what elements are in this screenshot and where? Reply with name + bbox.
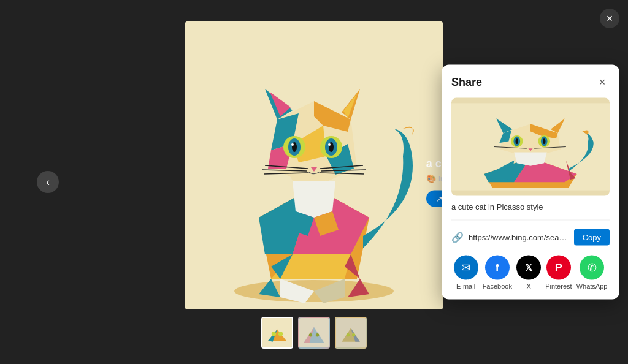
email-icon: ✉ bbox=[454, 256, 478, 280]
share-link-row: 🔗 https://www.bing.com/searc... Copy bbox=[451, 229, 610, 246]
share-close-button[interactable]: × bbox=[595, 75, 610, 89]
email-label: E-mail bbox=[456, 282, 475, 290]
svg-point-72 bbox=[543, 138, 545, 144]
svg-point-55 bbox=[352, 333, 356, 337]
social-whatsapp[interactable]: ✆ WhatsApp bbox=[576, 256, 608, 290]
cat-artwork bbox=[185, 21, 443, 309]
svg-point-50 bbox=[316, 333, 320, 337]
share-image-caption: a cute cat in Picasso style bbox=[451, 202, 610, 221]
share-link-url: https://www.bing.com/searc... bbox=[469, 233, 569, 242]
copy-button[interactable]: Copy bbox=[574, 229, 610, 246]
share-header: Share × bbox=[451, 75, 610, 89]
svg-point-49 bbox=[309, 333, 313, 337]
thumbnail-2[interactable] bbox=[298, 317, 330, 349]
svg-point-69 bbox=[516, 138, 518, 144]
share-panel: Share × bbox=[442, 65, 619, 300]
facebook-label: Facebook bbox=[483, 282, 512, 290]
main-container: × ‹ bbox=[0, 0, 628, 364]
svg-point-54 bbox=[347, 333, 350, 337]
prev-arrow-button[interactable]: ‹ bbox=[37, 171, 59, 193]
social-facebook[interactable]: f Facebook bbox=[483, 256, 512, 290]
svg-point-26 bbox=[291, 143, 294, 146]
pinterest-icon: P bbox=[546, 256, 571, 280]
share-title: Share bbox=[451, 75, 482, 88]
whatsapp-label: WhatsApp bbox=[576, 282, 608, 290]
x-label: X bbox=[526, 282, 530, 290]
social-x[interactable]: 𝕏 X bbox=[516, 256, 541, 290]
link-icon: 🔗 bbox=[451, 232, 464, 243]
share-image-preview bbox=[451, 98, 610, 196]
svg-point-44 bbox=[272, 332, 276, 336]
facebook-icon: f bbox=[485, 256, 510, 280]
whatsapp-icon: ✆ bbox=[580, 256, 604, 280]
social-email[interactable]: ✉ E-mail bbox=[454, 256, 478, 290]
x-icon: 𝕏 bbox=[516, 256, 541, 280]
svg-marker-38 bbox=[293, 181, 335, 218]
main-close-button[interactable]: × bbox=[600, 9, 619, 28]
thumbnail-1[interactable] bbox=[261, 317, 293, 349]
pinterest-label: Pinterest bbox=[545, 282, 572, 290]
main-image bbox=[185, 21, 443, 309]
share-social-row: ✉ E-mail f Facebook 𝕏 X P Pinterest ✆ Wh… bbox=[451, 256, 610, 290]
thumbnails-row bbox=[261, 317, 367, 349]
svg-point-30 bbox=[328, 143, 331, 146]
thumbnail-3[interactable] bbox=[335, 317, 367, 349]
creator-icon: 🎨 bbox=[426, 174, 436, 183]
social-pinterest[interactable]: P Pinterest bbox=[545, 256, 572, 290]
image-viewer bbox=[185, 21, 443, 349]
svg-point-45 bbox=[278, 332, 283, 336]
